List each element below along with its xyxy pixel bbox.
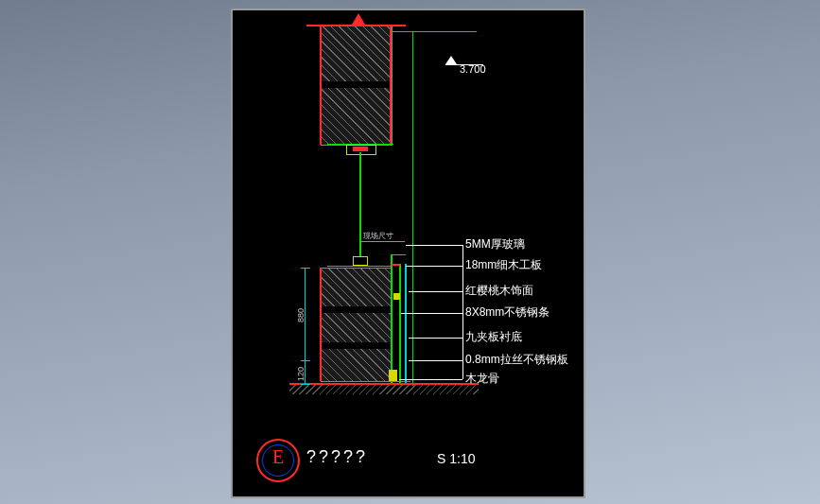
ss-strip: [393, 293, 400, 300]
elev-triangle: [445, 56, 457, 64]
wall-bot: [321, 268, 393, 382]
insitu-dim: [361, 241, 405, 242]
leader-spine: [462, 245, 463, 379]
a-keel: 木龙骨: [465, 371, 499, 387]
trim2: [327, 266, 392, 267]
cap-top: [391, 254, 406, 255]
detail-symbol: E: [256, 439, 300, 482]
elev-line-h: [392, 31, 477, 32]
layer-green-b: [399, 264, 401, 383]
ground-hatch: [289, 385, 479, 394]
dim-120: 120: [296, 367, 305, 381]
dim-t2: [301, 360, 310, 361]
dim-t3: [301, 384, 310, 385]
dim-t1: [301, 268, 310, 269]
drawing-sheet: 3.700 现场尺寸: [231, 9, 585, 498]
wall-bot-l: [320, 268, 322, 381]
detail-title: ?????: [306, 447, 368, 467]
layer-red-h: [392, 264, 400, 266]
top-cut: [306, 25, 406, 26]
a-ply18: 18mm细木工板: [465, 257, 542, 273]
a-ss8x8: 8X8mm不锈钢条: [465, 304, 550, 321]
a-glass: 5MM厚玻璃: [465, 236, 525, 252]
detail-scale: S 1:10: [437, 451, 475, 466]
wall-top: [321, 26, 393, 146]
layer-green-a: [391, 254, 393, 383]
wall-top-right: [390, 26, 392, 145]
a-nine: 九夹板衬底: [465, 329, 522, 345]
detail-letter: E: [258, 447, 298, 466]
layer-cyan: [405, 264, 407, 384]
elev-line-v: [412, 31, 413, 386]
insitu-label: 现场尺寸: [363, 231, 393, 241]
section-arrow-top: [352, 13, 365, 25]
a-ss08: 0.8mm拉丝不锈钢板: [465, 352, 568, 368]
wall-top-edge: [320, 26, 322, 145]
ss-channel-top-f: [353, 147, 368, 151]
a-cherry: 红樱桃木饰面: [465, 283, 533, 299]
ss-channel-bot: [353, 256, 368, 266]
floor-trim: [327, 381, 410, 382]
keel-block: [389, 370, 397, 381]
elev-value: 3.700: [460, 63, 486, 75]
dim-880: 880: [296, 308, 305, 322]
